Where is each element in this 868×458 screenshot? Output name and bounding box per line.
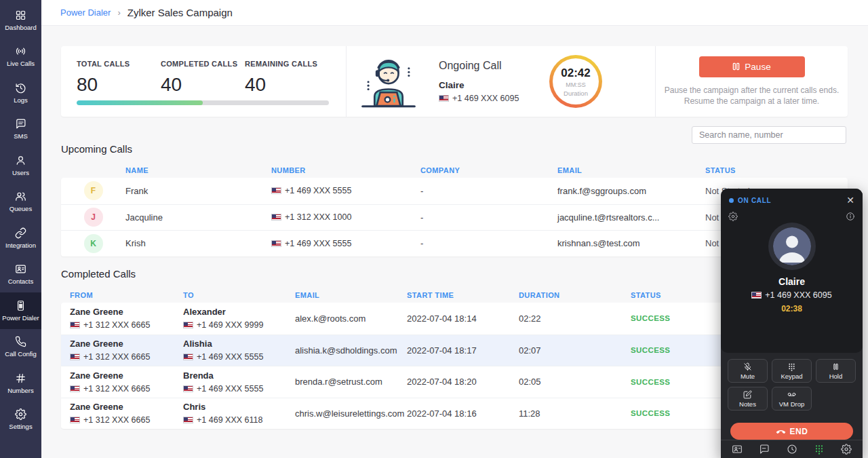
call-screen: ON CALL ✕ Claire +1 469 XXX 6095 02:38 <box>721 189 863 353</box>
to-number: +1 469 XXX 5555 <box>197 384 263 394</box>
start-time: 2022-07-04 18:20 <box>407 377 519 387</box>
from-name: Zane Greene <box>70 339 183 349</box>
pause-button[interactable]: Pause <box>699 56 805 77</box>
widget-bottom-bar <box>721 440 863 458</box>
upcoming-calls-title: Upcoming Calls <box>61 143 132 155</box>
sidebar-label: Power Dialer <box>2 314 39 322</box>
from-number: +1 312 XXX 6665 <box>83 415 150 425</box>
call-actions: Mute Keypad Hold Notes VM Drop <box>721 353 863 411</box>
stats-section: TOTAL CALLS 80 COMPLETED CALLS 40 REMAIN… <box>61 46 346 117</box>
sidebar-label: Logs <box>14 96 28 104</box>
stat-remaining-calls: REMAINING CALLS 40 <box>245 60 329 96</box>
contact-company: - <box>420 186 557 196</box>
settings-gear-icon <box>15 408 26 420</box>
contacts-card-icon[interactable] <box>732 444 743 455</box>
duration: 02:05 <box>519 377 631 387</box>
sidebar-item-power-dialer[interactable]: Power Dialer <box>0 292 41 329</box>
numbers-hash-icon <box>15 373 26 384</box>
ongoing-call-title: Ongoing Call <box>439 60 519 72</box>
completed-calls-title: Completed Calls <box>61 268 136 280</box>
dialpad-icon[interactable] <box>814 444 825 455</box>
sidebar-item-users[interactable]: Users <box>0 147 41 184</box>
call-duration-caption: Duration <box>564 90 588 97</box>
contact-name: Frank <box>125 186 271 196</box>
notes-edit-icon <box>743 390 752 399</box>
on-call-status-label: ON CALL <box>738 197 771 204</box>
contact-email: chris.w@leisurelettings.com <box>295 408 407 419</box>
keypad-button[interactable]: Keypad <box>772 359 812 383</box>
contact-number: +1 469 XXX 5555 <box>285 186 351 195</box>
call-duration-ring: 02:42 MM:SS Duration <box>549 55 602 108</box>
from-number: +1 312 XXX 6665 <box>83 320 150 330</box>
column-header-from: FROM <box>70 291 183 299</box>
us-flag-icon <box>751 292 762 299</box>
integration-link-icon <box>15 227 26 239</box>
settings-gear-icon[interactable] <box>841 444 852 455</box>
column-header-to: TO <box>183 291 295 299</box>
start-time: 2022-07-04 18:14 <box>407 313 519 324</box>
contacts-card-icon <box>15 263 26 275</box>
hold-button[interactable]: Hold <box>816 359 856 383</box>
notes-button[interactable]: Notes <box>728 387 768 411</box>
sidebar-item-logs[interactable]: Logs <box>0 75 41 111</box>
sidebar-label: Settings <box>9 423 32 430</box>
stat-completed-calls: COMPLETED CALLS 40 <box>161 60 245 96</box>
chat-icon[interactable] <box>759 444 770 455</box>
support-agent-illustration <box>357 52 420 111</box>
us-flag-icon <box>183 385 193 392</box>
sidebar-item-integration[interactable]: Integration <box>0 220 41 256</box>
us-flag-icon <box>183 322 193 328</box>
sidebar-item-dashboard[interactable]: Dashboard <box>0 2 41 39</box>
contact-email: alex.k@roots.com <box>295 313 407 324</box>
callee-avatar <box>768 223 816 270</box>
sidebar-item-numbers[interactable]: Numbers <box>0 365 41 402</box>
to-name: Alexander <box>183 307 295 317</box>
column-header-start-time: START TIME <box>407 291 519 299</box>
info-icon[interactable] <box>846 212 855 221</box>
us-flag-icon <box>271 187 281 194</box>
mute-button[interactable]: Mute <box>728 359 768 383</box>
us-flag-icon <box>271 240 281 247</box>
call-duration-unit: MM:SS <box>566 81 586 88</box>
column-header-email: EMAIL <box>557 166 705 174</box>
us-flag-icon <box>70 354 80 360</box>
sidebar-item-call-config[interactable]: Call Config <box>0 329 41 366</box>
sidebar-item-live-calls[interactable]: Live Calls <box>0 39 41 75</box>
sidebar-item-contacts[interactable]: Contacts <box>0 256 41 293</box>
widget-settings-gear-icon[interactable] <box>728 212 738 221</box>
end-call-button[interactable]: END <box>730 423 853 440</box>
avatar: K <box>84 234 103 253</box>
voicemail-drop-icon <box>787 390 796 399</box>
sms-icon <box>15 118 26 130</box>
column-header-number: NUMBER <box>271 166 420 174</box>
call-elapsed-time: 02:38 <box>721 304 863 313</box>
breadcrumb-link-power-dialer[interactable]: Power Dialer <box>60 7 111 18</box>
sidebar-label: Call Config <box>5 350 36 358</box>
sidebar-item-settings[interactable]: Settings <box>0 402 41 438</box>
person-silhouette-icon <box>773 227 811 265</box>
sidebar-label: Contacts <box>8 278 34 285</box>
stat-total-calls: TOTAL CALLS 80 <box>77 60 161 96</box>
logs-history-icon <box>15 82 26 94</box>
from-name: Zane Greene <box>70 370 183 381</box>
search-input[interactable] <box>692 126 846 144</box>
from-name: Zane Greene <box>70 402 183 412</box>
dashboard-icon <box>15 9 26 21</box>
call-config-phone-icon <box>15 336 26 347</box>
ongoing-call-name: Claire <box>439 80 519 90</box>
to-name: Brenda <box>183 370 295 381</box>
sidebar-item-sms[interactable]: SMS <box>0 111 41 148</box>
campaign-progress-fill <box>77 100 203 105</box>
vm-drop-button[interactable]: VM Drop <box>772 387 812 411</box>
start-time: 2022-07-04 18:16 <box>407 408 519 419</box>
sidebar-item-queues[interactable]: Queues <box>0 184 41 221</box>
sidebar: Dashboard Live Calls Logs SMS Users Queu… <box>0 0 41 458</box>
close-icon[interactable]: ✕ <box>846 195 854 205</box>
history-clock-icon[interactable] <box>787 444 797 455</box>
mute-mic-icon <box>743 362 752 371</box>
top-bar: Power Dialer › Zylker Sales Campaign <box>41 0 868 26</box>
campaign-progress-bar <box>77 100 329 105</box>
column-header-status: STATUS <box>705 166 848 174</box>
sidebar-label: Users <box>12 169 29 176</box>
contact-name: Krish <box>125 238 271 248</box>
